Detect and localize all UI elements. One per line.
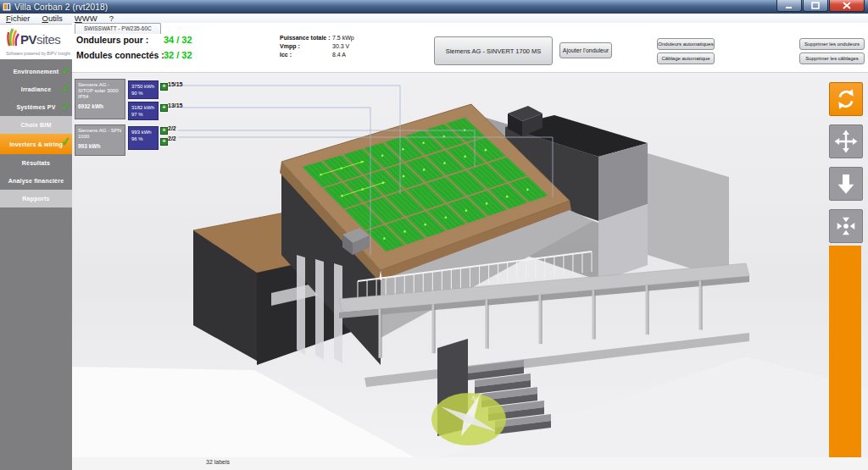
check-icon: ✓ (60, 80, 72, 95)
inverter-1-energy: 6932 kWh (78, 103, 122, 109)
delete-wiring-button[interactable]: Supprimer les câblages (799, 53, 865, 64)
header-panel: SWISSWATT - PW235-60C Onduleurs pour : 3… (72, 23, 868, 72)
sidebar-item-environnement[interactable]: Environnement✓ (0, 63, 72, 80)
sidebar-item-choix-bim[interactable]: Choix BIM✓ (0, 116, 72, 134)
string-modules-label: 13/15 (168, 102, 183, 108)
rotate-icon (833, 86, 859, 112)
puissance-value: 7.5 kWp (332, 35, 354, 41)
inverter-2-energy: 993 kWh (78, 143, 122, 149)
inverter-model-button[interactable]: Siemens AG - SINVERT 1700 MS (434, 36, 553, 65)
pan-icon (833, 129, 859, 154)
modules-summary: Modules connectés : 32 / 32 (76, 50, 192, 60)
add-module-toggle[interactable] (160, 127, 168, 135)
labels-count: 32 labels (206, 459, 230, 465)
tab-module-type[interactable]: SWISSWATT - PW235-60C (75, 23, 161, 34)
maximize-button[interactable] (803, 0, 828, 12)
center-target-icon (833, 213, 859, 239)
icc-value: 8.4 A (332, 52, 346, 58)
vmpp-value: 30.3 V (332, 43, 349, 49)
inverters-summary: Onduleurs pour : 34 / 32 (76, 35, 192, 45)
add-module-toggle[interactable] (160, 104, 168, 112)
sidebar-item-rapports[interactable]: Rapports✓ (0, 190, 72, 207)
delete-inverters-button[interactable]: Supprimer les onduleurs (799, 38, 865, 50)
auto-wiring-button[interactable]: Câblage automatique (657, 53, 715, 64)
add-module-toggle[interactable] (160, 83, 168, 91)
string-modules-label: 15/15 (168, 81, 183, 87)
inverter-card-2[interactable]: Siemens AG - SPN 1000 993 kWh (75, 124, 125, 156)
menu-outils[interactable]: Outils (36, 14, 69, 24)
string-modules-label: 2/2 (168, 135, 176, 141)
electrical-specs: Puissance totale :7.5 kWp Vmpp :30.3 V I… (280, 34, 354, 59)
sidebar-item-analyse-financiere[interactable]: Analyse financière✓ (0, 172, 72, 190)
rotate-view-button[interactable] (829, 82, 863, 116)
minimize-button[interactable] (776, 0, 802, 12)
modules-value: 32 / 32 (164, 50, 192, 60)
string-box-1[interactable]: 3750 kWh 90 % (128, 80, 159, 99)
center-view-button[interactable] (829, 209, 863, 243)
brand-name: PVsites (20, 32, 60, 47)
string-box-3[interactable]: 993 kWh 96 % (128, 126, 159, 150)
close-button[interactable] (829, 0, 865, 12)
down-arrow-icon (833, 171, 859, 196)
check-icon: ✓ (60, 134, 72, 148)
sidebar-item-irradiance[interactable]: Irradiance✓ (0, 80, 72, 98)
string-box-2[interactable]: 3182 kWh 97 % (128, 102, 159, 120)
app-icon (3, 3, 11, 11)
brand-tagline: Software powered by BIPV Insight (0, 51, 72, 56)
check-icon: ✓ (60, 98, 72, 113)
house-3d-render[interactable]: N (72, 73, 868, 458)
pan-view-button[interactable] (829, 124, 863, 158)
title-bar: Villa Corban 2 (rvt2018) (0, 0, 868, 14)
sidebar-item-resultats[interactable]: Résultats✓ (0, 154, 72, 172)
auto-inverters-button[interactable]: Onduleurs automatiques (657, 38, 715, 50)
sidebar-item-systemes-pv[interactable]: Systèmes PV✓ (0, 98, 72, 116)
sidebar: Environnement✓ Irradiance✓ Systèmes PV✓ … (0, 59, 72, 470)
add-module-toggle[interactable] (160, 138, 168, 146)
status-bar: 32 labels (72, 457, 868, 470)
viewport-3d[interactable]: N Siemens AG - SITOP solar 3000 IP54 693… (72, 72, 868, 457)
logo-panel: PVsites Software powered by BIPV Insight (0, 25, 72, 59)
menu-fichier[interactable]: Fichier (0, 14, 36, 24)
inverter-card-1[interactable]: Siemens AG - SITOP solar 3000 IP54 6932 … (75, 79, 125, 119)
lower-view-button[interactable] (829, 167, 863, 201)
add-inverter-button[interactable]: Ajouter l'onduleur (559, 42, 612, 58)
inverters-value: 34 / 32 (164, 35, 192, 45)
string-modules-label: 2/2 (168, 125, 176, 131)
viewport-orange-bar[interactable] (829, 246, 861, 458)
sidebar-item-inverters-wiring[interactable]: Inverters & wiring✓ (0, 134, 72, 154)
pvsites-leaf-logo (5, 27, 20, 49)
window-title: Villa Corban 2 (rvt2018) (14, 3, 108, 12)
check-icon: ✓ (60, 63, 72, 77)
